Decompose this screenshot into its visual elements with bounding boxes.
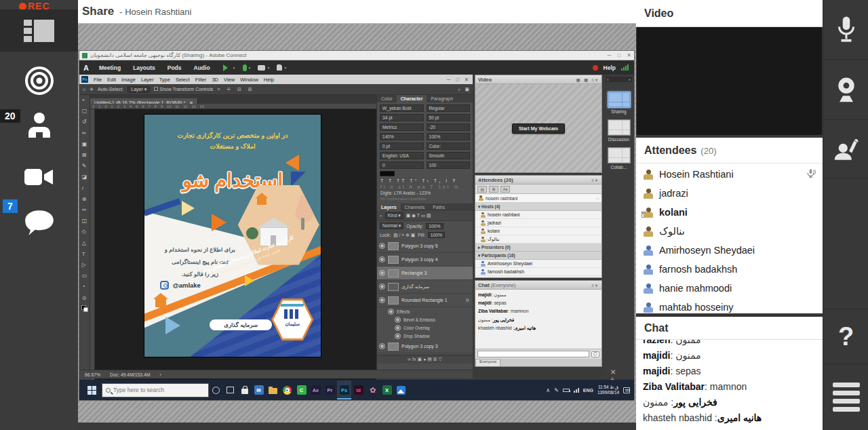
layout-button[interactable] — [0, 9, 78, 52]
chrome-icon[interactable] — [280, 380, 294, 399]
connect-menu-item[interactable]: Layouts — [127, 64, 161, 71]
tray-expand-icon[interactable]: ∧ — [546, 387, 550, 393]
attendee-row[interactable]: hanie mahmoodi — [636, 279, 823, 298]
layers-filter-icons[interactable]: ▣ ◉ T ▭ ▨ — [406, 213, 431, 218]
ps-tool-icon[interactable]: ⊙ — [82, 293, 87, 304]
faux-style-buttons[interactable]: T T TT Tᵀ T¹ T₁ I Ŧ — [380, 178, 469, 183]
network-icon[interactable] — [574, 388, 579, 393]
ps-tool-icon[interactable]: ↺ — [82, 117, 87, 128]
tab-layers[interactable]: Layers — [377, 203, 401, 211]
character-field[interactable]: 0 — [380, 161, 424, 169]
microphone-control[interactable]: ▼ — [243, 64, 252, 71]
webcam-control[interactable]: ▼ — [258, 65, 270, 71]
active-speaker-row[interactable]: hosein rashtiani◌ — [475, 194, 601, 203]
photos-icon[interactable] — [394, 380, 408, 399]
webcam-button[interactable] — [0, 157, 78, 197]
layout-thumb-sharing[interactable] — [608, 92, 631, 108]
indesign-icon[interactable]: Id — [351, 380, 366, 399]
maximize-icon[interactable]: □ — [617, 52, 620, 58]
layer-visibility-icon[interactable] — [395, 325, 401, 331]
attendee-row[interactable]: ىنالوک — [636, 222, 823, 241]
mail-icon[interactable]: ✉ — [252, 380, 266, 399]
digits-setting[interactable]: Digits: LTR Arabic - 123% — [380, 191, 469, 195]
move-tool-icon[interactable]: ✛ — [90, 87, 94, 92]
character-field[interactable]: 50 pt — [427, 114, 471, 121]
minimize-icon[interactable]: ─ — [608, 52, 612, 58]
layer-visibility-icon[interactable] — [379, 270, 385, 276]
connect-menu-item[interactable]: Meeting — [93, 64, 127, 71]
ps-tool-icon[interactable]: / — [82, 183, 87, 194]
after-effects-icon[interactable]: Ae — [309, 380, 323, 399]
layer-visibility-icon[interactable] — [379, 343, 385, 349]
ps-menu-item[interactable]: Filter — [193, 77, 210, 83]
ps-tool-icon[interactable]: ▭ — [82, 271, 87, 281]
zoom-level[interactable]: 66.67% — [85, 372, 100, 377]
language-indicator[interactable]: ENG — [583, 388, 593, 393]
help-button[interactable]: ? — [823, 309, 868, 364]
character-field[interactable]: Regular — [427, 104, 471, 112]
ps-tool-icon[interactable]: ◪ — [82, 172, 87, 182]
presenters-group-header[interactable]: ▸ Presenters (0) — [475, 243, 601, 252]
ps-tool-icon[interactable]: ▣ — [82, 139, 87, 150]
att-breakout-button[interactable]: ⊞ — [489, 186, 498, 193]
taskbar-clock[interactable]: 11:54 ق.ظ1399/08/14 — [597, 385, 619, 396]
ps-search-icon[interactable]: ⌕ — [458, 87, 460, 92]
layer-visibility-icon[interactable] — [379, 284, 385, 290]
file-explorer-icon[interactable] — [266, 380, 280, 399]
inner-attendee-row[interactable]: jadrazi — [475, 219, 601, 227]
att-status-button[interactable]: Aa — [500, 186, 510, 193]
chat-tab-everyone[interactable]: Everyone — [475, 359, 500, 366]
auto-select-dropdown[interactable]: Layer ▾ — [127, 86, 150, 93]
inner-chat-pod-menu[interactable]: ≡▾ — [591, 283, 599, 288]
character-field[interactable]: Smooth — [427, 152, 471, 159]
cortana-icon[interactable] — [209, 380, 223, 399]
inner-attendee-row[interactable]: hanie mahmoodi — [475, 276, 601, 277]
tab-color[interactable]: Color — [377, 95, 397, 102]
layer-visibility-icon[interactable] — [379, 297, 385, 303]
send-message-icon[interactable]: 💬 — [591, 351, 599, 357]
attendee-row[interactable]: Amirhoseyn Sheydaei — [636, 241, 823, 260]
layer-visibility-icon[interactable] — [395, 333, 401, 339]
ps-minimize-icon[interactable]: ─ — [447, 77, 450, 83]
character-field[interactable]: 100% — [427, 133, 471, 140]
start-button-icon[interactable] — [87, 386, 96, 395]
color-swatches-icon[interactable] — [81, 305, 88, 312]
attendee-row[interactable]: farnosh badakhsh — [636, 260, 823, 279]
opacity-value[interactable]: 100% — [426, 223, 443, 229]
inner-attendees-pod-menu[interactable]: ≡▾ — [591, 178, 599, 182]
close-icon[interactable]: ✕ — [627, 52, 631, 58]
ps-menu-item[interactable]: Type — [157, 77, 173, 83]
ps-menu-item[interactable]: Image — [119, 77, 138, 83]
help-menu[interactable]: Help — [604, 64, 616, 71]
character-field[interactable]: English: USA — [380, 152, 424, 159]
character-field[interactable]: -20 — [427, 123, 471, 131]
paint-app-icon[interactable]: ✿ — [366, 380, 380, 399]
ps-menu-item[interactable]: View — [221, 77, 237, 83]
status-chevron-icon[interactable]: › — [159, 372, 161, 377]
ps-tool-icon[interactable]: ▢ — [82, 106, 87, 117]
layer-row[interactable]: Rounded Rectangle 1 fx — [377, 294, 473, 307]
attendee-row[interactable]: mahtab hosseiny — [636, 298, 823, 313]
start-webcam-button[interactable]: Start My Webcam — [512, 123, 565, 134]
align-icons[interactable]: ≡ ≞ ⊟ ⊞ — [217, 87, 255, 92]
taskbar-search[interactable] — [102, 383, 209, 397]
text-color-swatch[interactable] — [380, 171, 395, 176]
fill-value[interactable]: 100% — [428, 232, 445, 238]
ps-maximize-icon[interactable]: □ — [456, 77, 459, 83]
opentype-buttons[interactable]: fi o st A aa T 1st ½ — [380, 184, 469, 189]
layer-row[interactable]: Polygon 3 copy 5 — [377, 239, 473, 253]
ps-tool-icon[interactable]: ◔ — [82, 281, 87, 292]
layer-row[interactable]: Rectangle 3 — [377, 267, 473, 280]
ps-tool-icon[interactable]: △ — [82, 238, 87, 249]
webcam-button[interactable] — [823, 60, 868, 120]
photoshop-taskbar-icon[interactable]: Ps — [337, 380, 351, 399]
store-icon[interactable] — [237, 380, 252, 399]
status-control[interactable]: ▼ — [277, 64, 287, 71]
ps-menu-item[interactable]: Help — [261, 77, 277, 83]
ps-tool-icon[interactable]: ⊠ — [82, 150, 87, 161]
ps-menu-item[interactable]: Window — [237, 77, 261, 83]
ps-menu-item[interactable]: Select — [173, 77, 193, 83]
attendee-row[interactable]: jadrazi — [636, 184, 823, 203]
att-view-button[interactable]: ▤ — [477, 186, 487, 193]
layers-panel-buttons[interactable]: ∞ fx ▣ ● ▤ ⊞ ▽ — [377, 355, 473, 364]
